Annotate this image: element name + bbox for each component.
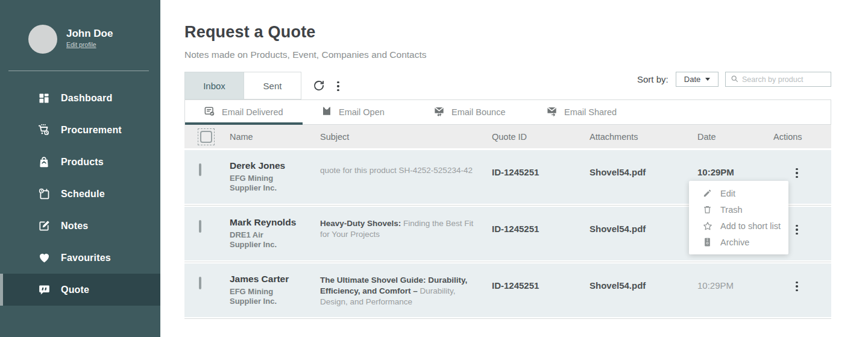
kebab-icon: [337, 81, 339, 92]
toolbar-more-button[interactable]: [331, 79, 345, 93]
folder-tabs: Inbox Sent: [184, 72, 301, 99]
sidebar-item-dashboard[interactable]: Dashboard: [0, 82, 160, 114]
notes-icon: [37, 219, 51, 233]
page-title: Request a Quote: [184, 23, 316, 42]
menu-item-archive[interactable]: Archive: [689, 234, 788, 250]
mail-tabs: Email Delivered Email Open Email Bounce …: [184, 99, 831, 125]
edit-profile-link[interactable]: Edit profile: [66, 41, 96, 48]
trash-icon: [702, 204, 712, 215]
row-divider: [184, 317, 831, 320]
sidebar-item-notes[interactable]: Notes: [0, 210, 160, 242]
sidebar-item-label: Notes: [61, 221, 88, 231]
mail-tab-label: Email Delivered: [222, 107, 283, 117]
sort-select[interactable]: Date: [676, 72, 719, 87]
sidebar-item-label: Products: [61, 157, 104, 168]
procurement-cart-icon: [37, 124, 51, 137]
subject-cell: Heavy-Duty Shovels: Finding the Best Fit…: [320, 207, 492, 260]
subject-cell: The Ultimate Shovel Guide: Durability, E…: [320, 263, 492, 317]
profile-name: John Doe: [66, 28, 113, 40]
kebab-icon: [796, 225, 798, 235]
sidebar-item-procurement[interactable]: Procurement: [0, 114, 160, 146]
contact-name: Derek Jones: [230, 160, 320, 171]
attachment-link[interactable]: Shovel54.pdf: [590, 207, 697, 260]
row-context-menu: Edit Trash Add to short list Archive: [689, 181, 788, 254]
schedule-calendar-icon: [37, 187, 51, 201]
column-header-actions: Actions: [773, 132, 831, 142]
column-header-quote-id: Quote ID: [492, 132, 590, 142]
menu-item-trash[interactable]: Trash: [689, 201, 788, 218]
mail-tab-label: Email Open: [339, 107, 385, 117]
sidebar-nav: Dashboard Procurement Products Schedule …: [0, 82, 160, 306]
sidebar-item-label: Procurement: [61, 125, 122, 136]
menu-item-edit[interactable]: Edit: [689, 185, 788, 201]
sidebar-item-quote[interactable]: Quote: [0, 274, 160, 306]
company-name: EFG Mining Supplier Inc.: [230, 174, 290, 193]
pencil-icon: [702, 188, 712, 198]
contact-name: Mark Reynolds: [230, 217, 320, 228]
row-actions-button[interactable]: [790, 222, 804, 237]
mail-tab-email-open[interactable]: Email Open: [303, 100, 415, 124]
company-name: DRE1 Air Supplier Inc.: [230, 230, 290, 250]
kebab-icon: [796, 282, 798, 292]
column-header-date: Date: [697, 132, 773, 142]
dashboard-icon: [37, 92, 51, 105]
row-checkbox[interactable]: [199, 277, 201, 289]
sidebar-item-products[interactable]: Products: [0, 146, 160, 178]
mail-tab-label: Email Bounce: [451, 107, 505, 117]
sidebar-divider: [8, 71, 149, 71]
quote-id: ID-1245251: [492, 150, 590, 204]
heart-icon: [37, 251, 51, 265]
mail-tab-email-delivered[interactable]: Email Delivered: [185, 100, 303, 124]
company-name: EFG Mining Supplier Inc.: [230, 287, 290, 306]
search-input[interactable]: [742, 75, 826, 84]
sidebar-item-label: Dashboard: [61, 93, 112, 104]
menu-item-label: Archive: [720, 238, 749, 247]
sort-select-value: Date: [684, 75, 700, 84]
page-subtitle: Notes made on Products, Event, Companies…: [184, 49, 427, 60]
column-header-attachments: Attachments: [590, 132, 697, 142]
kebab-icon: [796, 168, 798, 178]
sidebar: John Doe Edit profile Dashboard Procurem…: [0, 0, 160, 337]
sidebar-item-label: Favourites: [61, 253, 111, 263]
star-icon: [702, 221, 712, 231]
sidebar-item-favourites[interactable]: Favourites: [0, 242, 160, 274]
menu-item-label: Trash: [720, 205, 743, 215]
products-bag-icon: [37, 156, 51, 169]
mail-tab-email-bounce[interactable]: Email Bounce: [415, 100, 527, 124]
search-box: [725, 72, 831, 87]
quote-id: ID-1245251: [492, 263, 590, 317]
contact-name: James Carter: [230, 274, 320, 285]
sidebar-item-schedule[interactable]: Schedule: [0, 178, 160, 210]
row-actions-button[interactable]: [790, 166, 804, 180]
sidebar-item-label: Quote: [61, 285, 89, 295]
sidebar-item-label: Schedule: [61, 189, 105, 200]
attachment-link[interactable]: Shovel54.pdf: [590, 150, 697, 204]
column-header-name: Name: [230, 132, 320, 142]
table-row: James Carter EFG Mining Supplier Inc. Th…: [184, 263, 831, 317]
refresh-button[interactable]: [312, 79, 326, 93]
subject-cell: quote for this product SH-4252-525234-42: [320, 150, 492, 204]
sort-by-label: Sort by:: [637, 74, 668, 84]
menu-item-label: Add to short list: [720, 221, 781, 231]
refresh-icon: [313, 80, 325, 93]
tab-sent[interactable]: Sent: [244, 72, 301, 99]
avatar: [28, 25, 57, 54]
quote-bubble-icon: [37, 283, 51, 297]
row-actions-button[interactable]: [790, 279, 804, 294]
row-checkbox[interactable]: [199, 163, 201, 176]
mail-tab-email-shared[interactable]: Email Shared: [527, 100, 640, 124]
search-icon: [731, 74, 738, 85]
select-all-checkbox[interactable]: [200, 131, 212, 143]
tab-inbox[interactable]: Inbox: [184, 72, 244, 99]
menu-item-label: Edit: [720, 189, 735, 198]
row-checkbox[interactable]: [199, 220, 201, 233]
column-header-subject: Subject: [320, 132, 492, 142]
archive-icon: [702, 237, 712, 247]
chevron-down-icon: [705, 78, 710, 81]
quote-id: ID-1245251: [492, 207, 590, 260]
mail-bounce-icon: [433, 106, 445, 119]
attachment-link[interactable]: Shovel54.pdf: [590, 263, 697, 317]
mail-delivered-icon: [204, 106, 215, 119]
table-header: Name Subject Quote ID Attachments Date A…: [184, 125, 831, 148]
menu-item-add-to-short-list[interactable]: Add to short list: [689, 218, 788, 234]
